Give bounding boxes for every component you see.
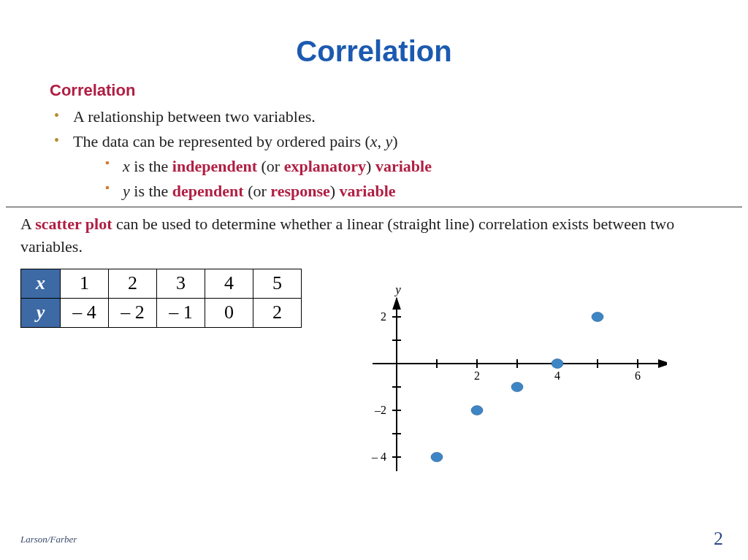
x-header: x bbox=[21, 269, 61, 298]
svg-point-26 bbox=[592, 312, 603, 321]
txt: ) bbox=[366, 157, 375, 175]
txt: ) bbox=[392, 132, 397, 150]
table-row: x 1 2 3 4 5 bbox=[21, 269, 302, 298]
cell: 1 bbox=[61, 269, 109, 298]
scatter-svg: 2462–2– 4xy bbox=[346, 269, 667, 480]
txt: A bbox=[20, 215, 35, 233]
svg-point-25 bbox=[552, 358, 563, 368]
em: explanatory bbox=[284, 157, 366, 175]
em: dependent bbox=[172, 182, 244, 200]
bullet-1: A relationship between two variables. bbox=[50, 104, 748, 129]
y-header: y bbox=[21, 298, 61, 327]
em: scatter plot bbox=[35, 215, 112, 233]
bullet-list: A relationship between two variables. Th… bbox=[50, 104, 748, 204]
y-var: y bbox=[386, 132, 393, 150]
y-var: y bbox=[123, 182, 130, 200]
svg-text:2: 2 bbox=[381, 310, 386, 323]
txt: The data can be represented by ordered p… bbox=[73, 132, 370, 150]
em: variable bbox=[340, 182, 396, 200]
svg-text:– 4: – 4 bbox=[371, 450, 386, 463]
sub-bullet-list: x is the independent (or explanatory) va… bbox=[102, 154, 748, 204]
svg-text:2: 2 bbox=[474, 369, 480, 382]
divider bbox=[6, 207, 742, 207]
cell: – 2 bbox=[109, 298, 157, 327]
cell: 3 bbox=[157, 269, 205, 298]
svg-text:y: y bbox=[394, 283, 401, 296]
bullet-2: The data can be represented by ordered p… bbox=[50, 129, 748, 204]
em: independent bbox=[172, 157, 257, 175]
txt: , bbox=[378, 132, 386, 150]
cell: 2 bbox=[253, 298, 302, 327]
em: variable bbox=[375, 157, 432, 175]
svg-text:6: 6 bbox=[635, 369, 641, 382]
cell: 0 bbox=[205, 298, 253, 327]
table-row: y – 4 – 2 – 1 0 2 bbox=[21, 298, 302, 327]
scatter-plot: 2462–2– 4xy bbox=[346, 269, 667, 480]
data-table: x 1 2 3 4 5 y – 4 – 2 – 1 0 2 bbox=[20, 269, 302, 328]
em: response bbox=[270, 182, 330, 200]
svg-point-22 bbox=[431, 452, 443, 461]
cell: 5 bbox=[253, 269, 302, 298]
sub-bullet-2: y is the dependent (or response) variabl… bbox=[102, 179, 748, 204]
x-var: x bbox=[123, 157, 130, 175]
txt: can be used to determine whether a linea… bbox=[20, 215, 674, 256]
cell: – 1 bbox=[157, 298, 205, 327]
txt: is the bbox=[130, 157, 172, 175]
txt: (or bbox=[244, 182, 271, 200]
txt: ) bbox=[330, 182, 340, 200]
cell: – 4 bbox=[61, 298, 109, 327]
svg-text:–2: –2 bbox=[374, 404, 386, 416]
cell: 4 bbox=[205, 269, 253, 298]
scatter-description: A scatter plot can be used to determine … bbox=[20, 213, 728, 258]
svg-point-23 bbox=[471, 405, 483, 415]
cell: 2 bbox=[109, 269, 157, 298]
page-number: 2 bbox=[714, 528, 723, 550]
svg-point-24 bbox=[511, 382, 523, 391]
footer-author: Larson/Farber bbox=[20, 534, 77, 545]
txt: is the bbox=[130, 182, 172, 200]
section-subtitle: Correlation bbox=[50, 81, 748, 100]
svg-text:4: 4 bbox=[554, 369, 560, 382]
sub-bullet-1: x is the independent (or explanatory) va… bbox=[102, 154, 748, 179]
txt: (or bbox=[257, 157, 284, 175]
page-title: Correlation bbox=[0, 35, 748, 68]
x-var: x bbox=[370, 132, 378, 150]
